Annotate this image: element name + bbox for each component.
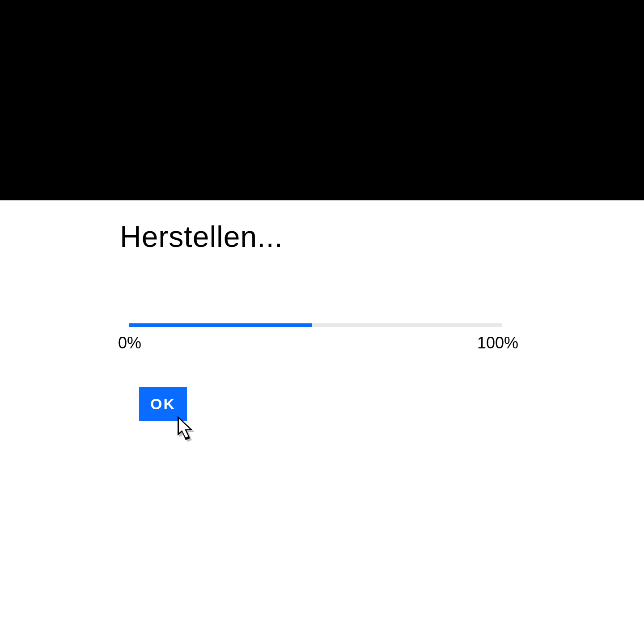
progress-label-start: 0% [118, 334, 141, 352]
dialog-title: Herstellen... [120, 222, 283, 251]
svg-marker-0 [179, 418, 195, 442]
ok-button[interactable]: OK [139, 387, 187, 421]
letterbox-top [0, 0, 644, 200]
progress-bar-fill [129, 323, 312, 327]
svg-marker-2 [179, 419, 190, 437]
progress-label-end: 100% [477, 334, 518, 352]
